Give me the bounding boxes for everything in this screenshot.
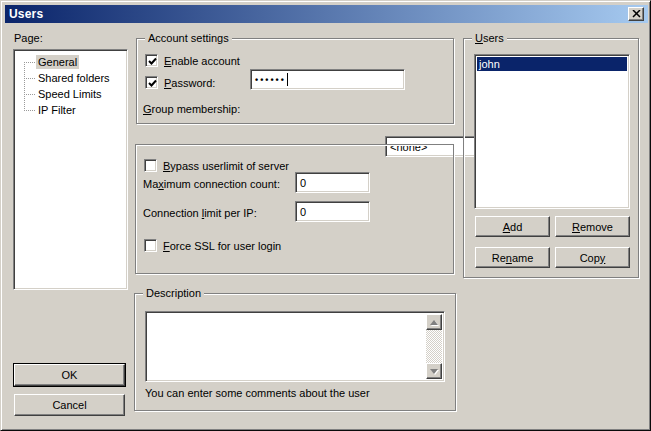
- tree-item-label[interactable]: IP Filter: [36, 103, 78, 117]
- password-input[interactable]: ••••••: [250, 69, 405, 90]
- group-title: Account settings: [145, 32, 232, 45]
- close-icon: [632, 10, 641, 18]
- account-settings-group: Account settings Enable account Password…: [136, 38, 454, 124]
- user-name: john: [479, 58, 500, 70]
- page-label: Page:: [14, 32, 43, 45]
- enable-account-checkbox[interactable]: [145, 54, 158, 67]
- group-title: Users: [472, 32, 507, 45]
- users-listbox[interactable]: john: [474, 54, 630, 209]
- max-connection-count-input[interactable]: 0: [295, 172, 370, 193]
- group-title: Description: [143, 287, 204, 300]
- connection-limit-per-ip-input[interactable]: 0: [295, 201, 370, 222]
- remove-user-button[interactable]: Remove: [555, 216, 630, 237]
- max-connection-count-label: Maximum connection count:: [143, 178, 280, 191]
- password-label[interactable]: Password:: [164, 77, 215, 90]
- title-bar[interactable]: Users: [5, 5, 648, 23]
- rename-user-button[interactable]: Rename: [475, 247, 550, 268]
- password-checkbox[interactable]: [145, 76, 158, 89]
- limits-group: Bypass userlimit of server Maximum conne…: [135, 144, 454, 274]
- scrollbar-up-button[interactable]: [426, 314, 442, 330]
- description-group: Description You can enter some comments …: [134, 293, 456, 411]
- enable-account-label[interactable]: Enable account: [164, 55, 240, 68]
- tree-item-label[interactable]: General: [36, 55, 79, 69]
- description-value[interactable]: [148, 314, 425, 379]
- tree-item-shared-folders[interactable]: Shared folders: [16, 70, 125, 86]
- cancel-button[interactable]: Cancel: [14, 394, 125, 416]
- description-textarea[interactable]: [145, 311, 445, 382]
- list-item[interactable]: john: [477, 57, 627, 71]
- scrollbar-track[interactable]: [426, 330, 442, 363]
- description-hint: You can enter some comments about the us…: [145, 387, 370, 400]
- text-caret: [287, 73, 288, 86]
- scroll-down-icon: [430, 369, 438, 378]
- connection-limit-per-ip-label: Connection limit per IP:: [143, 207, 257, 220]
- ok-button[interactable]: OK: [14, 364, 125, 386]
- group-membership-label: Group membership:: [143, 103, 240, 116]
- users-group: Users john Add Remove Rename Copy: [463, 38, 639, 278]
- password-value: ••••••: [255, 75, 286, 85]
- close-button[interactable]: [628, 7, 644, 21]
- bypass-userlimit-label[interactable]: Bypass userlimit of server: [163, 160, 289, 173]
- bypass-userlimit-checkbox[interactable]: [144, 159, 157, 172]
- add-user-button[interactable]: Add: [475, 216, 550, 237]
- scroll-up-icon: [430, 316, 438, 325]
- page-tree[interactable]: General Shared folders Speed Limits IP F…: [13, 49, 128, 290]
- copy-user-button[interactable]: Copy: [555, 247, 630, 268]
- users-dialog: Users Page: General Shared folders Speed…: [0, 0, 651, 431]
- window-title: Users: [9, 7, 43, 21]
- checkmark-icon: [147, 78, 158, 89]
- force-ssl-checkbox[interactable]: [144, 239, 157, 252]
- vertical-scrollbar[interactable]: [426, 314, 442, 379]
- tree-item-general[interactable]: General: [16, 54, 125, 70]
- force-ssl-label[interactable]: Force SSL for user login: [163, 240, 281, 253]
- tree-item-ip-filter[interactable]: IP Filter: [16, 102, 125, 118]
- tree-item-label[interactable]: Speed Limits: [36, 87, 104, 101]
- tree-item-label[interactable]: Shared folders: [36, 71, 112, 85]
- checkmark-icon: [147, 56, 158, 67]
- tree-item-speed-limits[interactable]: Speed Limits: [16, 86, 125, 102]
- scrollbar-down-button[interactable]: [426, 363, 442, 379]
